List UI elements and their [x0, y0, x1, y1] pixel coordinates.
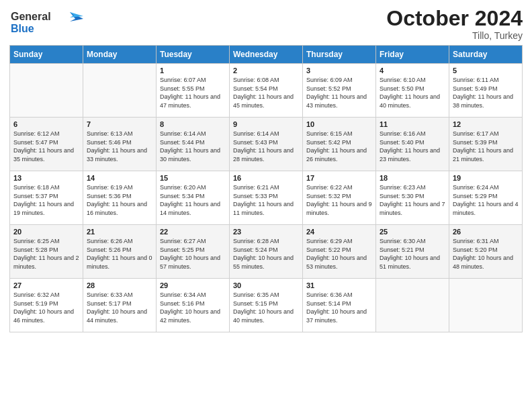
calendar-cell: 26Sunrise: 6:31 AM Sunset: 5:20 PM Dayli… — [449, 225, 523, 279]
day-number: 31 — [306, 281, 372, 289]
calendar-cell: 18Sunrise: 6:23 AM Sunset: 5:30 PM Dayli… — [376, 171, 449, 225]
calendar-cell: 1Sunrise: 6:07 AM Sunset: 5:55 PM Daylig… — [157, 64, 230, 118]
day-number: 23 — [233, 228, 299, 236]
day-info: Sunrise: 6:15 AM Sunset: 5:42 PM Dayligh… — [306, 130, 372, 163]
svg-marker-3 — [70, 12, 83, 17]
calendar-cell: 21Sunrise: 6:26 AM Sunset: 5:26 PM Dayli… — [83, 225, 157, 279]
calendar-cell: 23Sunrise: 6:28 AM Sunset: 5:24 PM Dayli… — [230, 225, 303, 279]
day-number: 25 — [380, 228, 445, 236]
header-row: SundayMondayTuesdayWednesdayThursdayFrid… — [10, 46, 523, 64]
day-number: 13 — [13, 174, 79, 182]
calendar-cell — [449, 279, 523, 332]
day-info: Sunrise: 6:11 AM Sunset: 5:49 PM Dayligh… — [453, 76, 519, 109]
day-header-thursday: Thursday — [303, 46, 376, 64]
calendar-cell: 17Sunrise: 6:22 AM Sunset: 5:32 PM Dayli… — [303, 171, 376, 225]
calendar-cell: 19Sunrise: 6:24 AM Sunset: 5:29 PM Dayli… — [449, 171, 523, 225]
day-info: Sunrise: 6:16 AM Sunset: 5:40 PM Dayligh… — [380, 130, 445, 163]
day-number: 17 — [306, 174, 372, 182]
day-number: 1 — [160, 66, 226, 75]
header: General Blue October 2024 Tillo, Turkey — [9, 7, 523, 41]
calendar-cell: 30Sunrise: 6:35 AM Sunset: 5:15 PM Dayli… — [230, 279, 303, 332]
calendar-cell — [376, 279, 449, 332]
calendar-cell: 13Sunrise: 6:18 AM Sunset: 5:37 PM Dayli… — [10, 171, 83, 225]
day-info: Sunrise: 6:20 AM Sunset: 5:34 PM Dayligh… — [160, 183, 226, 217]
week-row-2: 6Sunrise: 6:12 AM Sunset: 5:47 PM Daylig… — [10, 118, 523, 171]
day-info: Sunrise: 6:21 AM Sunset: 5:33 PM Dayligh… — [233, 183, 299, 217]
day-number: 26 — [453, 228, 519, 236]
calendar-cell — [83, 64, 157, 118]
day-info: Sunrise: 6:17 AM Sunset: 5:39 PM Dayligh… — [453, 130, 519, 163]
day-number: 20 — [13, 228, 79, 236]
calendar-cell: 3Sunrise: 6:09 AM Sunset: 5:52 PM Daylig… — [303, 64, 376, 118]
day-number: 24 — [306, 228, 372, 236]
day-info: Sunrise: 6:19 AM Sunset: 5:36 PM Dayligh… — [87, 183, 152, 217]
day-header-friday: Friday — [376, 46, 449, 64]
calendar-cell: 20Sunrise: 6:25 AM Sunset: 5:28 PM Dayli… — [10, 225, 83, 279]
day-number: 15 — [160, 174, 226, 182]
day-info: Sunrise: 6:08 AM Sunset: 5:54 PM Dayligh… — [233, 76, 299, 109]
calendar-cell: 5Sunrise: 6:11 AM Sunset: 5:49 PM Daylig… — [449, 64, 523, 118]
calendar-cell: 7Sunrise: 6:13 AM Sunset: 5:46 PM Daylig… — [83, 118, 157, 171]
calendar-cell: 11Sunrise: 6:16 AM Sunset: 5:40 PM Dayli… — [376, 118, 449, 171]
day-info: Sunrise: 6:23 AM Sunset: 5:30 PM Dayligh… — [380, 183, 445, 217]
day-number: 8 — [160, 120, 226, 128]
week-row-1: 1Sunrise: 6:07 AM Sunset: 5:55 PM Daylig… — [10, 64, 523, 118]
day-info: Sunrise: 6:18 AM Sunset: 5:37 PM Dayligh… — [13, 183, 79, 217]
day-number: 3 — [306, 66, 372, 75]
day-info: Sunrise: 6:09 AM Sunset: 5:52 PM Dayligh… — [306, 76, 372, 109]
day-info: Sunrise: 6:31 AM Sunset: 5:20 PM Dayligh… — [453, 237, 519, 271]
calendar-cell: 31Sunrise: 6:36 AM Sunset: 5:14 PM Dayli… — [303, 279, 376, 332]
day-info: Sunrise: 6:07 AM Sunset: 5:55 PM Dayligh… — [160, 76, 226, 109]
day-number: 19 — [453, 174, 519, 182]
day-number: 18 — [380, 174, 445, 182]
day-info: Sunrise: 6:36 AM Sunset: 5:14 PM Dayligh… — [306, 291, 372, 324]
day-info: Sunrise: 6:30 AM Sunset: 5:21 PM Dayligh… — [380, 237, 445, 271]
day-info: Sunrise: 6:35 AM Sunset: 5:15 PM Dayligh… — [233, 291, 299, 324]
day-info: Sunrise: 6:14 AM Sunset: 5:44 PM Dayligh… — [160, 130, 226, 163]
calendar-cell: 9Sunrise: 6:14 AM Sunset: 5:43 PM Daylig… — [230, 118, 303, 171]
day-info: Sunrise: 6:32 AM Sunset: 5:19 PM Dayligh… — [13, 291, 79, 324]
day-number: 5 — [453, 66, 519, 75]
day-info: Sunrise: 6:22 AM Sunset: 5:32 PM Dayligh… — [306, 183, 372, 217]
day-header-sunday: Sunday — [10, 46, 83, 64]
day-info: Sunrise: 6:34 AM Sunset: 5:16 PM Dayligh… — [160, 291, 226, 324]
logo-text: General Blue — [9, 7, 83, 39]
svg-text:Blue: Blue — [11, 23, 34, 34]
day-info: Sunrise: 6:13 AM Sunset: 5:46 PM Dayligh… — [87, 130, 152, 163]
day-number: 29 — [160, 281, 226, 289]
day-number: 16 — [233, 174, 299, 182]
location: Tillo, Turkey — [386, 30, 523, 41]
calendar-cell: 25Sunrise: 6:30 AM Sunset: 5:21 PM Dayli… — [376, 225, 449, 279]
day-number: 27 — [13, 281, 79, 289]
day-info: Sunrise: 6:33 AM Sunset: 5:17 PM Dayligh… — [87, 291, 152, 324]
day-number: 4 — [380, 66, 445, 75]
week-row-3: 13Sunrise: 6:18 AM Sunset: 5:37 PM Dayli… — [10, 171, 523, 225]
calendar-table: SundayMondayTuesdayWednesdayThursdayFrid… — [9, 45, 523, 332]
day-info: Sunrise: 6:25 AM Sunset: 5:28 PM Dayligh… — [13, 237, 79, 271]
calendar-cell: 2Sunrise: 6:08 AM Sunset: 5:54 PM Daylig… — [230, 64, 303, 118]
calendar-cell: 4Sunrise: 6:10 AM Sunset: 5:50 PM Daylig… — [376, 64, 449, 118]
day-info: Sunrise: 6:27 AM Sunset: 5:25 PM Dayligh… — [160, 237, 226, 271]
day-header-saturday: Saturday — [449, 46, 523, 64]
calendar-cell: 22Sunrise: 6:27 AM Sunset: 5:25 PM Dayli… — [157, 225, 230, 279]
calendar-cell: 29Sunrise: 6:34 AM Sunset: 5:16 PM Dayli… — [157, 279, 230, 332]
day-number: 14 — [87, 174, 152, 182]
day-number: 22 — [160, 228, 226, 236]
day-number: 9 — [233, 120, 299, 128]
title-block: October 2024 Tillo, Turkey — [386, 7, 523, 41]
calendar-cell: 6Sunrise: 6:12 AM Sunset: 5:47 PM Daylig… — [10, 118, 83, 171]
calendar-cell: 24Sunrise: 6:29 AM Sunset: 5:22 PM Dayli… — [303, 225, 376, 279]
day-header-tuesday: Tuesday — [157, 46, 230, 64]
calendar-cell: 28Sunrise: 6:33 AM Sunset: 5:17 PM Dayli… — [83, 279, 157, 332]
day-header-wednesday: Wednesday — [230, 46, 303, 64]
day-info: Sunrise: 6:10 AM Sunset: 5:50 PM Dayligh… — [380, 76, 445, 109]
day-info: Sunrise: 6:28 AM Sunset: 5:24 PM Dayligh… — [233, 237, 299, 271]
day-number: 2 — [233, 66, 299, 75]
calendar-cell: 12Sunrise: 6:17 AM Sunset: 5:39 PM Dayli… — [449, 118, 523, 171]
day-number: 12 — [453, 120, 519, 128]
calendar-page: General Blue October 2024 Tillo, Turkey … — [0, 0, 532, 411]
day-info: Sunrise: 6:26 AM Sunset: 5:26 PM Dayligh… — [87, 237, 152, 271]
day-number: 7 — [87, 120, 152, 128]
logo: General Blue — [9, 7, 83, 39]
calendar-cell: 15Sunrise: 6:20 AM Sunset: 5:34 PM Dayli… — [157, 171, 230, 225]
